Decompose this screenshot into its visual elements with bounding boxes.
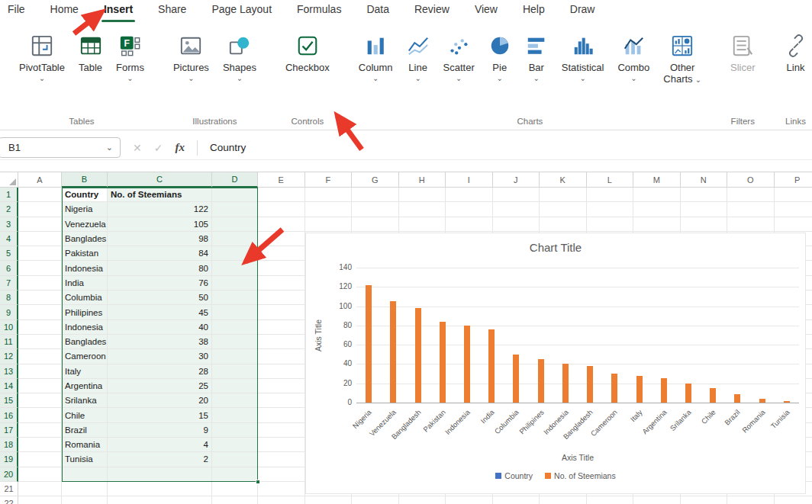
cell-A22[interactable] bbox=[18, 496, 62, 504]
cell-E19[interactable] bbox=[258, 452, 305, 467]
cell-C13[interactable]: 28 bbox=[108, 364, 212, 379]
row-header-22[interactable]: 22 bbox=[0, 496, 18, 504]
cell-M1[interactable] bbox=[633, 188, 681, 202]
cell-B1[interactable]: Country bbox=[62, 188, 108, 202]
cell-A10[interactable] bbox=[18, 320, 62, 335]
cell-M22[interactable] bbox=[633, 496, 681, 504]
cell-E5[interactable] bbox=[258, 246, 305, 261]
menu-tab-draw[interactable]: Draw bbox=[570, 3, 595, 19]
cell-C17[interactable]: 9 bbox=[108, 423, 212, 438]
chart-bar-nigeria[interactable] bbox=[366, 285, 372, 403]
cell-O3[interactable] bbox=[727, 217, 775, 232]
cell-B13[interactable]: Italy bbox=[62, 364, 108, 379]
cell-B4[interactable]: Banglades bbox=[62, 232, 108, 246]
cell-E17[interactable] bbox=[258, 423, 305, 438]
cell-N22[interactable] bbox=[681, 496, 728, 504]
cell-A18[interactable] bbox=[18, 438, 62, 452]
y-axis-title[interactable]: Axis Title bbox=[314, 319, 323, 351]
chart-bar-pakistan[interactable] bbox=[440, 322, 446, 403]
column-header-M[interactable]: M bbox=[633, 172, 681, 188]
row-header-12[interactable]: 12 bbox=[0, 349, 18, 364]
cell-C7[interactable]: 76 bbox=[108, 276, 212, 291]
cell-E6[interactable] bbox=[258, 261, 305, 275]
cell-B8[interactable]: Columbia bbox=[62, 291, 108, 305]
ribbon-button-forms[interactable]: FForms⌄ bbox=[109, 31, 151, 85]
chevron-down-icon[interactable]: ⌄ bbox=[39, 75, 45, 82]
select-all-corner[interactable] bbox=[0, 172, 18, 188]
cell-O22[interactable] bbox=[727, 496, 775, 504]
cell-B15[interactable]: Srilanka bbox=[62, 393, 108, 408]
cell-F2[interactable] bbox=[305, 202, 353, 217]
cell-C12[interactable]: 30 bbox=[108, 349, 212, 364]
cell-E15[interactable] bbox=[258, 393, 305, 408]
row-header-11[interactable]: 11 bbox=[0, 335, 18, 349]
cell-N3[interactable] bbox=[681, 217, 728, 232]
cell-A8[interactable] bbox=[18, 291, 62, 305]
row-header-3[interactable]: 3 bbox=[0, 217, 18, 232]
cell-A3[interactable] bbox=[18, 217, 62, 232]
cell-F3[interactable] bbox=[305, 217, 353, 232]
cell-G3[interactable] bbox=[352, 217, 399, 232]
ribbon-button-pictures[interactable]: Pictures⌄ bbox=[166, 31, 216, 85]
cell-F22[interactable] bbox=[305, 496, 353, 504]
cell-B12[interactable]: Cameroon bbox=[62, 349, 108, 364]
row-header-1[interactable]: 1 bbox=[0, 188, 18, 202]
cell-D11[interactable] bbox=[212, 335, 258, 349]
cell-A20[interactable] bbox=[18, 467, 62, 482]
chart-bar-cameroon[interactable] bbox=[611, 374, 617, 403]
chart-bar-india[interactable] bbox=[488, 329, 495, 403]
cell-J3[interactable] bbox=[493, 217, 540, 232]
cell-C4[interactable]: 98 bbox=[108, 232, 212, 246]
menu-tab-share[interactable]: Share bbox=[158, 3, 186, 19]
chevron-down-icon[interactable]: ⌄ bbox=[533, 75, 540, 82]
cell-A19[interactable] bbox=[18, 452, 62, 467]
cell-C22[interactable] bbox=[108, 496, 212, 504]
chart-bar-brazil[interactable] bbox=[734, 394, 740, 403]
ribbon-button-line[interactable]: Line⌄ bbox=[400, 31, 437, 85]
fill-handle[interactable] bbox=[256, 480, 260, 484]
cell-G1[interactable] bbox=[352, 188, 399, 202]
menu-tab-file[interactable]: File bbox=[8, 3, 25, 19]
cell-E12[interactable] bbox=[258, 349, 305, 364]
menu-tab-view[interactable]: View bbox=[475, 3, 498, 19]
cell-A9[interactable] bbox=[18, 305, 62, 319]
fx-icon[interactable]: fx bbox=[175, 141, 185, 154]
column-header-L[interactable]: L bbox=[587, 172, 634, 188]
column-header-O[interactable]: O bbox=[727, 172, 775, 188]
ribbon-button-slicer[interactable]: Slicer bbox=[723, 31, 762, 77]
cell-D1[interactable] bbox=[212, 188, 258, 202]
chart-bar-argentina[interactable] bbox=[661, 378, 667, 403]
cell-O2[interactable] bbox=[727, 202, 775, 217]
cell-J22[interactable] bbox=[493, 496, 540, 504]
chart-bar-columbia[interactable] bbox=[513, 355, 519, 403]
ribbon-button-combo[interactable]: Combo⌄ bbox=[611, 31, 656, 85]
menu-tab-data[interactable]: Data bbox=[366, 3, 389, 19]
cell-E10[interactable] bbox=[258, 320, 305, 335]
cell-D17[interactable] bbox=[212, 423, 258, 438]
cell-C9[interactable]: 45 bbox=[108, 305, 212, 319]
cell-H22[interactable] bbox=[399, 496, 446, 504]
cell-C19[interactable]: 2 bbox=[108, 452, 212, 467]
cell-D7[interactable] bbox=[212, 276, 258, 291]
row-header-2[interactable]: 2 bbox=[0, 202, 18, 217]
chart-bar-indonesia[interactable] bbox=[562, 364, 569, 403]
cell-B6[interactable]: Indonesia bbox=[62, 261, 108, 275]
cell-E14[interactable] bbox=[258, 379, 305, 393]
ribbon-button-shapes[interactable]: Shapes⌄ bbox=[216, 31, 263, 85]
row-header-13[interactable]: 13 bbox=[0, 364, 18, 379]
cell-B21[interactable] bbox=[62, 482, 108, 496]
cell-B9[interactable]: Philipines bbox=[62, 305, 108, 319]
cell-E18[interactable] bbox=[258, 438, 305, 452]
cell-E1[interactable] bbox=[258, 188, 305, 202]
cell-D4[interactable] bbox=[212, 232, 258, 246]
name-box[interactable]: B1 ⌄ bbox=[0, 137, 121, 158]
formula-input[interactable]: Country bbox=[198, 142, 246, 153]
cell-A15[interactable] bbox=[18, 393, 62, 408]
ribbon-button-checkbox[interactable]: Checkbox bbox=[279, 31, 337, 77]
cell-H3[interactable] bbox=[399, 217, 446, 232]
cell-E9[interactable] bbox=[258, 305, 305, 319]
chevron-down-icon[interactable]: ⌄ bbox=[372, 75, 379, 82]
cell-D6[interactable] bbox=[212, 261, 258, 275]
cell-A17[interactable] bbox=[18, 423, 62, 438]
row-header-14[interactable]: 14 bbox=[0, 379, 18, 393]
